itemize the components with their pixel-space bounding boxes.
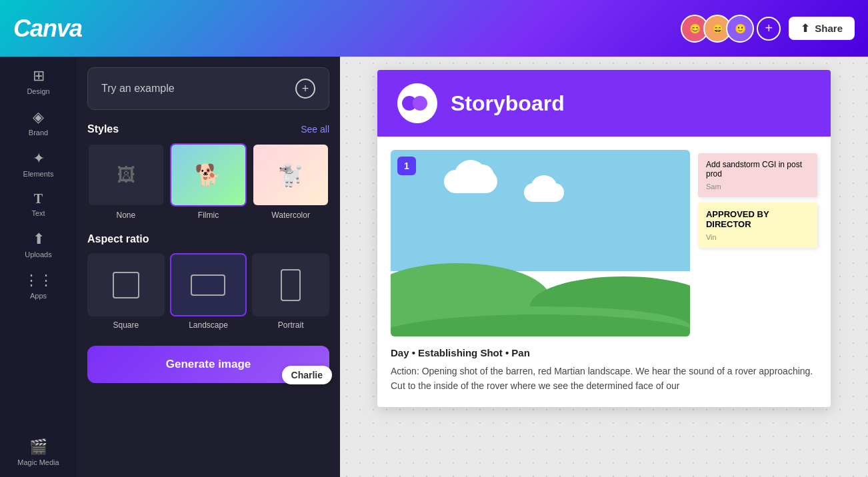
sky bbox=[391, 150, 690, 271]
ratio-portrait[interactable]: Portrait bbox=[252, 253, 329, 330]
style-watercolor-label: Watercolor bbox=[271, 211, 310, 220]
landscape-shape-icon bbox=[191, 274, 225, 296]
style-watercolor[interactable]: 🐩 Watercolor bbox=[252, 143, 329, 220]
charlie-name: Charlie bbox=[291, 370, 323, 380]
aspect-ratio-header: Aspect ratio bbox=[87, 233, 329, 245]
see-all-link[interactable]: See all bbox=[301, 124, 329, 135]
square-shape-icon bbox=[113, 272, 139, 298]
share-button[interactable]: ⬆ Share bbox=[789, 17, 855, 40]
ratio-landscape[interactable]: Landscape bbox=[170, 253, 247, 330]
aspect-ratio-grid: Square Landscape Portrait bbox=[87, 253, 329, 330]
elements-icon: ✦ bbox=[33, 150, 45, 167]
style-watercolor-inner: 🐩 bbox=[253, 145, 328, 205]
text-icon: T bbox=[34, 191, 43, 207]
ratio-square-thumb bbox=[87, 253, 165, 316]
ground-back bbox=[391, 258, 690, 336]
canva-logo: Canva bbox=[13, 15, 82, 43]
aspect-ratio-title: Aspect ratio bbox=[87, 233, 149, 245]
scene-description: Day • Establishing Shot • Pan Action: Op… bbox=[391, 347, 817, 394]
sticky-note-sandstorm-author: Sam bbox=[706, 183, 809, 191]
avatar-3: 🙂 bbox=[726, 15, 754, 43]
ratio-portrait-label: Portrait bbox=[278, 320, 304, 330]
try-example-button[interactable]: Try an example + bbox=[87, 67, 329, 110]
style-filmic-inner: 🐕 bbox=[171, 145, 246, 205]
brand-icon: ◈ bbox=[33, 109, 44, 126]
action-text: Action: Opening shot of the barren, red … bbox=[391, 364, 817, 394]
cloud-1 bbox=[444, 170, 497, 193]
sticky-note-approved-text: APPROVED BY DIRECTOR bbox=[706, 209, 809, 229]
storyboard-logo bbox=[397, 83, 437, 123]
storyboard-content: 1 Add sandst bbox=[377, 137, 831, 407]
sidebar-item-magic-media[interactable]: 🎬 Magic Media bbox=[9, 433, 69, 472]
sidebar-item-elements-label: Elements bbox=[23, 170, 54, 178]
sidebar-item-magic-media-label: Magic Media bbox=[17, 458, 59, 466]
sidebar-item-elements[interactable]: ✦ Elements bbox=[9, 145, 69, 183]
uploads-icon: ⬆ bbox=[33, 231, 45, 248]
portrait-shape-icon bbox=[281, 269, 301, 301]
style-none-label: None bbox=[116, 211, 135, 220]
apps-icon: ⋮⋮ bbox=[24, 272, 53, 289]
style-none-inner: 🖼 bbox=[89, 145, 163, 205]
sticky-note-approved-author: Vin bbox=[706, 233, 809, 241]
avatar-group: 😊 😄 🙂 + bbox=[681, 15, 781, 43]
style-watercolor-thumb: 🐩 bbox=[252, 143, 329, 207]
storyboard-title: Storyboard bbox=[451, 91, 565, 116]
style-filmic-thumb: 🐕 bbox=[170, 143, 247, 207]
sidebar-item-design-label: Design bbox=[27, 87, 49, 95]
sidebar-item-apps-label: Apps bbox=[30, 292, 47, 300]
scene-container: 1 Add sandst bbox=[391, 150, 817, 336]
ratio-portrait-thumb bbox=[252, 253, 329, 316]
add-collaborator-button[interactable]: + bbox=[757, 17, 781, 41]
style-none-thumb: 🖼 bbox=[87, 143, 165, 207]
sidebar-item-brand[interactable]: ◈ Brand bbox=[9, 103, 69, 142]
generate-panel: Try an example + Styles See all 🖼 None 🐕… bbox=[77, 57, 340, 477]
share-icon: ⬆ bbox=[801, 22, 809, 35]
ratio-landscape-label: Landscape bbox=[189, 320, 228, 330]
scene-image: 1 bbox=[391, 150, 690, 336]
try-example-label: Try an example bbox=[101, 83, 175, 95]
image-placeholder-icon: 🖼 bbox=[117, 164, 135, 186]
canvas-area: Storyboard 1 bbox=[340, 57, 868, 477]
logo-inner bbox=[402, 93, 433, 114]
sidebar-item-design[interactable]: ⊞ Design bbox=[9, 62, 69, 101]
storyboard-header: Storyboard bbox=[377, 70, 831, 137]
style-none[interactable]: 🖼 None bbox=[87, 143, 165, 220]
app-header: Canva 😊 😄 🙂 + ⬆ Share bbox=[0, 0, 868, 57]
shot-label: Day • Establishing Shot • Pan bbox=[391, 347, 817, 358]
ratio-square-label: Square bbox=[113, 320, 139, 330]
style-filmic[interactable]: 🐕 Filmic bbox=[170, 143, 247, 220]
styles-title: Styles bbox=[87, 123, 119, 135]
sidebar-item-apps[interactable]: ⋮⋮ Apps bbox=[9, 266, 69, 305]
sidebar-item-brand-label: Brand bbox=[29, 129, 48, 137]
sticky-note-sandstorm[interactable]: Add sandstorm CGI in post prod Sam bbox=[698, 153, 817, 197]
sidebar-item-text-label: Text bbox=[31, 209, 45, 217]
share-label: Share bbox=[815, 23, 843, 34]
styles-section-header: Styles See all bbox=[87, 123, 329, 135]
magic-media-icon: 🎬 bbox=[29, 438, 47, 456]
styles-grid: 🖼 None 🐕 Filmic 🐩 Watercolor bbox=[87, 143, 329, 220]
sticky-note-approved[interactable]: APPROVED BY DIRECTOR Vin bbox=[698, 203, 817, 248]
sidebar-item-text[interactable]: T Text bbox=[9, 186, 69, 223]
ratio-landscape-thumb bbox=[170, 253, 247, 316]
design-icon: ⊞ bbox=[33, 67, 45, 85]
charlie-tooltip: Charlie bbox=[282, 366, 332, 384]
sticky-note-sandstorm-text: Add sandstorm CGI in post prod bbox=[706, 160, 809, 179]
scene-number: 1 bbox=[397, 157, 416, 175]
sidebar-item-uploads-label: Uploads bbox=[25, 250, 51, 258]
sidebar: ⊞ Design ◈ Brand ✦ Elements T Text ⬆ Upl… bbox=[0, 57, 77, 477]
generate-label: Generate image bbox=[166, 358, 251, 370]
header-right: 😊 😄 🙂 + ⬆ Share bbox=[681, 15, 855, 43]
plus-icon: + bbox=[295, 79, 315, 99]
logo-circle-right bbox=[413, 96, 427, 111]
ratio-square[interactable]: Square bbox=[87, 253, 165, 330]
storyboard-card: Storyboard 1 bbox=[377, 70, 831, 407]
cloud-2 bbox=[524, 183, 564, 202]
sticky-notes: Add sandstorm CGI in post prod Sam APPRO… bbox=[698, 150, 817, 336]
sidebar-item-uploads[interactable]: ⬆ Uploads bbox=[9, 225, 69, 264]
style-filmic-label: Filmic bbox=[198, 211, 219, 220]
generate-section: Generate image Charlie bbox=[87, 346, 329, 383]
landscape-scene bbox=[391, 150, 690, 336]
